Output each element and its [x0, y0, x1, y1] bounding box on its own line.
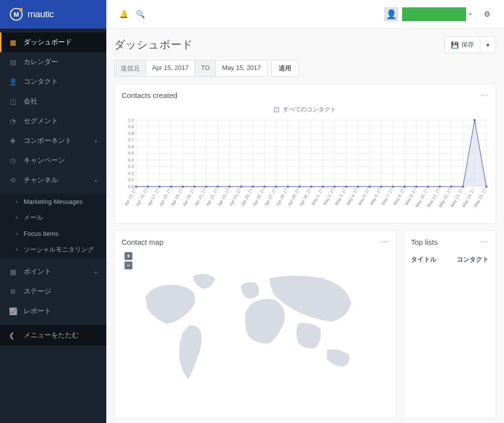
zoom-out-button[interactable]: −: [125, 261, 132, 269]
svg-point-106: [392, 186, 394, 188]
save-icon: 💾: [451, 41, 459, 49]
sidebar-label: 会社: [24, 97, 37, 106]
svg-point-88: [182, 186, 184, 188]
svg-text:0.2: 0.2: [128, 171, 134, 176]
svg-text:1.0: 1.0: [128, 118, 134, 123]
apply-button[interactable]: 適用: [271, 60, 299, 77]
svg-point-92: [228, 186, 231, 188]
sidebar-item-7[interactable]: ⟲チャンネル▸: [0, 170, 106, 190]
caret-down-icon: ▾: [486, 41, 490, 49]
sidebar-label: チャンネル: [24, 176, 58, 185]
from-date-input[interactable]: Apr 15, 2017: [146, 60, 195, 77]
sidebar-label: ダッシュボード: [24, 38, 72, 47]
contact-icon: 👤: [9, 78, 17, 86]
date-range: 送信元 Apr 15, 2017 TO May 15, 2017 適用: [114, 60, 496, 77]
svg-point-98: [298, 186, 301, 188]
svg-point-85: [147, 186, 149, 188]
sidebar-item-5[interactable]: ✚コンポーネント▸: [0, 131, 106, 151]
top-lists-panel: Top lists ⋮ タイトル コンタクト: [404, 230, 496, 419]
sidebar-item2-2[interactable]: 📈レポート: [0, 301, 106, 321]
contacts-panel-title: Contacts created: [122, 91, 177, 99]
svg-point-113: [473, 119, 476, 122]
segment-icon: ◔: [9, 117, 17, 125]
toplists-col-title: タイトル: [411, 255, 437, 264]
sidebar-item-4[interactable]: ◔セグメント: [0, 111, 106, 131]
svg-point-110: [439, 186, 441, 188]
svg-point-97: [286, 186, 289, 188]
gear-icon[interactable]: ⚙: [478, 6, 495, 23]
avatar[interactable]: 👤: [384, 7, 398, 21]
svg-point-100: [322, 186, 324, 188]
svg-point-112: [462, 186, 464, 188]
sidebar-item2-0[interactable]: ▦ポイント▸: [0, 262, 106, 282]
svg-point-104: [368, 186, 371, 188]
save-button[interactable]: 💾 保存: [444, 36, 480, 53]
sidebar-sub-item-2[interactable]: Focus Items: [0, 226, 106, 241]
svg-point-107: [404, 186, 406, 188]
sidebar-item-1[interactable]: ▤カレンダー: [0, 52, 106, 72]
svg-point-108: [415, 186, 417, 188]
sidebar-label: レポート: [24, 307, 51, 316]
svg-point-86: [158, 186, 160, 188]
svg-text:Apr 30, 17: Apr 30, 17: [298, 188, 312, 207]
collapse-label: メニューをたたむ: [24, 331, 79, 340]
svg-point-89: [193, 186, 196, 188]
stage-icon: ⚙: [9, 288, 17, 295]
svg-point-109: [427, 186, 429, 188]
to-date-input[interactable]: May 15, 2017: [216, 60, 267, 77]
sidebar-item-6[interactable]: ◷キャンペーン: [0, 151, 106, 170]
save-label: 保存: [461, 40, 474, 49]
save-dropdown[interactable]: ▾: [480, 36, 496, 53]
points-icon: ▦: [9, 268, 17, 276]
sidebar-item-3[interactable]: ◫会社: [0, 92, 106, 111]
collapse-menu[interactable]: ❮ メニューをたたむ: [0, 325, 106, 346]
dashboard-icon: ▦: [9, 38, 17, 46]
contacts-panel-menu[interactable]: ⋮: [479, 91, 489, 99]
legend-swatch-icon: [274, 107, 279, 112]
sidebar-label: キャンペーン: [24, 156, 65, 165]
brand-logo-icon: [10, 8, 23, 21]
map-panel-menu[interactable]: ⋮: [380, 238, 389, 246]
svg-point-101: [333, 186, 336, 188]
sidebar-label: ステージ: [24, 287, 51, 296]
toplists-menu[interactable]: ⋮: [479, 238, 489, 246]
notifications-icon[interactable]: 🔔: [115, 6, 132, 23]
sidebar-item-2[interactable]: 👤コンタクト: [0, 72, 106, 92]
svg-point-111: [450, 186, 452, 188]
brand[interactable]: mautic: [0, 0, 106, 29]
sidebar-item2-1[interactable]: ⚙ステージ: [0, 282, 106, 301]
legend-label: すべてのコンタクト: [283, 106, 336, 113]
topbar: 🔔 🔍 👤 ▾ ⚙: [106, 0, 504, 29]
contacts-created-panel: Contacts created ⋮ すべてのコンタクト 0.00.10.20.…: [114, 84, 496, 224]
svg-point-91: [217, 186, 219, 188]
svg-point-114: [485, 186, 488, 188]
sidebar-label: コンタクト: [24, 77, 58, 86]
user-menu-caret-icon[interactable]: ▾: [466, 11, 474, 17]
world-map[interactable]: [122, 252, 389, 410]
sidebar-sub-item-3[interactable]: ソーシャルモニタリング: [0, 241, 106, 258]
toplists-col-contact: コンタクト: [457, 255, 489, 264]
svg-point-87: [170, 186, 172, 188]
user-menu-button[interactable]: [402, 7, 466, 21]
contact-map-panel: Contact map ⋮ + −: [114, 230, 397, 419]
sidebar: mautic ▦ダッシュボード▤カレンダー👤コンタクト◫会社◔セグメント✚コンポ…: [0, 0, 106, 423]
svg-text:0.6: 0.6: [128, 144, 134, 149]
search-icon[interactable]: 🔍: [132, 6, 149, 23]
contacts-chart: 0.00.10.20.30.40.50.60.70.80.91.0Apr 15,…: [122, 118, 489, 216]
sidebar-sub-item-0[interactable]: Marketing Messages: [0, 194, 106, 209]
sidebar-item-0[interactable]: ▦ダッシュボード: [0, 33, 106, 52]
page-title: ダッシュボード: [114, 37, 193, 52]
caret-right-icon: ▸: [95, 178, 97, 183]
svg-text:0.5: 0.5: [128, 151, 134, 156]
svg-text:0.8: 0.8: [128, 131, 134, 136]
svg-point-103: [357, 186, 359, 188]
chart-legend: すべてのコンタクト: [122, 105, 489, 114]
zoom-in-button[interactable]: +: [125, 252, 132, 260]
report-icon: 📈: [9, 307, 17, 315]
sidebar-sub-item-1[interactable]: メール: [0, 209, 106, 226]
sidebar-label: セグメント: [24, 117, 58, 126]
caret-right-icon: ▸: [95, 269, 97, 275]
svg-point-84: [135, 186, 137, 188]
toplists-title: Top lists: [411, 238, 438, 246]
from-label: 送信元: [114, 60, 146, 77]
